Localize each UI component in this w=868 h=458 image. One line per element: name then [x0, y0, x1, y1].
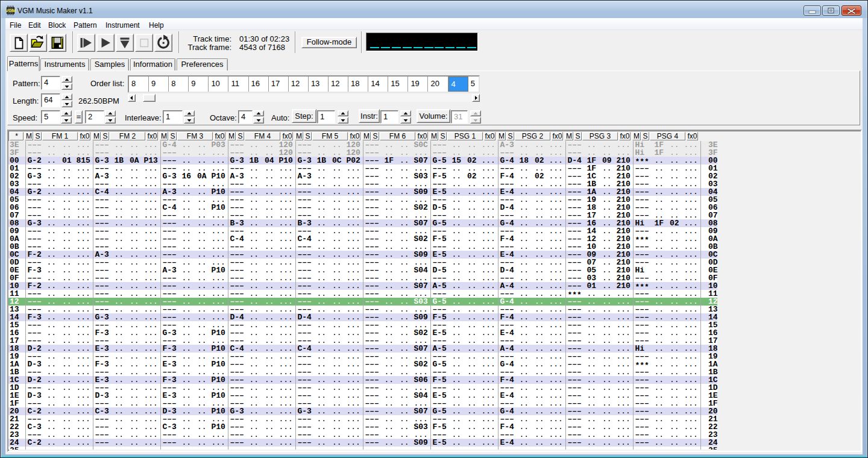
- svg-text:VGM: VGM: [5, 8, 16, 13]
